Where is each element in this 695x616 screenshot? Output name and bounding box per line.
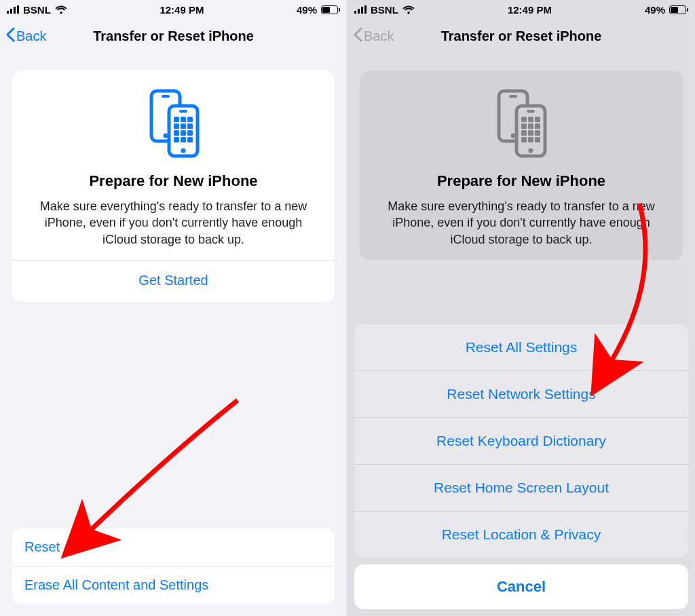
svg-rect-47: [521, 137, 527, 142]
screenshot-left: BSNL 12:49 PM 49% Back Transfer or Reset…: [0, 0, 348, 616]
svg-rect-38: [521, 117, 527, 122]
get-started-button[interactable]: Get Started: [24, 261, 322, 302]
svg-rect-0: [7, 11, 9, 14]
svg-rect-42: [528, 123, 533, 129]
card-heading: Prepare for New iPhone: [24, 172, 322, 190]
svg-rect-45: [528, 130, 533, 136]
bottom-action-list: Reset Erase All Content and Settings: [12, 528, 335, 604]
svg-rect-33: [509, 95, 517, 98]
cellular-signal-icon: [354, 5, 367, 14]
svg-rect-44: [521, 130, 527, 136]
battery-percent: 49%: [645, 4, 665, 16]
chevron-left-icon: [5, 27, 15, 45]
svg-rect-2: [14, 7, 16, 14]
carrier-label: BSNL: [23, 4, 51, 16]
svg-rect-11: [179, 110, 187, 113]
back-button[interactable]: Back: [5, 27, 46, 45]
sheet-cancel-button[interactable]: Cancel: [354, 564, 688, 609]
reset-button[interactable]: Reset: [12, 528, 335, 566]
svg-rect-24: [187, 137, 193, 142]
sheet-option-reset-keyboard[interactable]: Reset Keyboard Dictionary: [354, 417, 688, 464]
svg-rect-26: [358, 9, 360, 14]
nav-bar: Back Transfer or Reset iPhone: [348, 19, 695, 53]
card-body: Make sure everything's ready to transfer…: [24, 198, 322, 260]
svg-rect-27: [361, 7, 363, 14]
sheet-option-reset-network[interactable]: Reset Network Settings: [354, 370, 688, 417]
svg-rect-3: [17, 5, 19, 14]
back-label: Back: [16, 28, 46, 44]
cellular-signal-icon: [7, 5, 19, 14]
svg-rect-39: [528, 117, 533, 122]
wifi-icon: [55, 5, 67, 14]
chevron-left-icon: [353, 27, 362, 45]
back-label: Back: [364, 28, 394, 44]
annotation-arrow-left: [68, 393, 244, 550]
svg-rect-20: [181, 130, 186, 136]
svg-rect-49: [535, 137, 540, 142]
svg-rect-23: [181, 137, 186, 142]
screenshot-right: BSNL 12:49 PM 49% Back Transfer or Reset…: [348, 0, 695, 616]
svg-rect-40: [535, 117, 540, 122]
svg-rect-18: [187, 123, 193, 129]
svg-rect-16: [174, 123, 179, 129]
back-button[interactable]: Back: [353, 27, 394, 45]
svg-rect-6: [339, 8, 340, 12]
prepare-card: Prepare for New iPhone Make sure everyth…: [360, 71, 683, 260]
battery-percent: 49%: [297, 4, 317, 16]
svg-rect-13: [174, 117, 179, 122]
nav-bar: Back Transfer or Reset iPhone: [0, 19, 347, 53]
svg-rect-43: [535, 123, 540, 129]
page-title: Transfer or Reset iPhone: [93, 28, 254, 44]
svg-rect-5: [322, 7, 330, 13]
svg-rect-30: [671, 7, 678, 13]
sheet-option-reset-home[interactable]: Reset Home Screen Layout: [354, 464, 688, 511]
card-body: Make sure everything's ready to transfer…: [372, 198, 671, 260]
svg-rect-48: [528, 137, 533, 142]
status-bar: BSNL 12:49 PM 49%: [348, 0, 695, 19]
svg-point-12: [181, 149, 185, 153]
svg-rect-15: [187, 117, 193, 122]
svg-rect-22: [174, 137, 179, 142]
status-bar: BSNL 12:49 PM 49%: [0, 0, 347, 19]
sheet-option-reset-all[interactable]: Reset All Settings: [354, 324, 688, 370]
action-sheet: Reset All Settings Reset Network Setting…: [354, 324, 688, 609]
svg-rect-41: [521, 123, 527, 129]
battery-icon: [669, 5, 688, 14]
sheet-option-reset-location[interactable]: Reset Location & Privacy: [354, 511, 688, 558]
devices-icon: [24, 85, 322, 160]
wifi-icon: [402, 5, 415, 14]
svg-rect-25: [354, 11, 356, 14]
svg-rect-19: [174, 130, 179, 136]
battery-icon: [321, 5, 340, 14]
svg-rect-31: [687, 8, 688, 12]
svg-rect-8: [162, 95, 170, 98]
prepare-card: Prepare for New iPhone Make sure everyth…: [12, 71, 335, 302]
carrier-label: BSNL: [371, 4, 398, 16]
svg-rect-36: [527, 110, 535, 113]
svg-rect-46: [535, 130, 540, 136]
svg-rect-17: [181, 123, 186, 129]
page-title: Transfer or Reset iPhone: [441, 28, 602, 44]
svg-point-34: [511, 134, 516, 138]
card-heading: Prepare for New iPhone: [372, 172, 671, 190]
erase-all-button[interactable]: Erase All Content and Settings: [12, 566, 335, 604]
clock: 12:49 PM: [508, 4, 552, 16]
svg-rect-14: [181, 117, 186, 122]
devices-icon: [372, 85, 671, 160]
svg-rect-1: [10, 9, 12, 14]
svg-rect-21: [187, 130, 193, 136]
svg-point-37: [529, 149, 533, 153]
clock: 12:49 PM: [159, 4, 204, 16]
svg-point-9: [163, 134, 168, 138]
svg-rect-28: [364, 5, 367, 14]
